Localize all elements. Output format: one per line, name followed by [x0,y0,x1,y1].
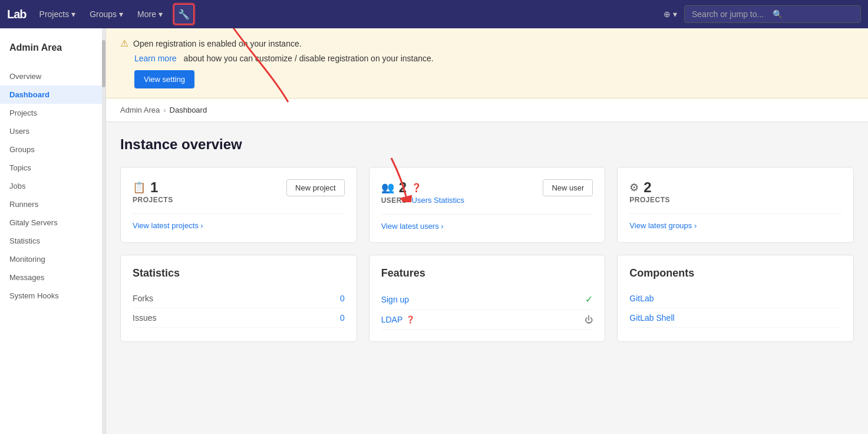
sidebar-item-projects[interactable]: Projects [0,104,105,122]
new-user-button[interactable]: New user [543,179,593,196]
alert-message: Open registration is enabled on your ins… [133,39,302,48]
signup-row: Sign up ✓ [381,289,593,310]
warning-icon: ⚠ [120,38,128,49]
view-latest-projects-link[interactable]: View latest projects › [133,221,345,230]
projects-count: 1 [150,179,158,196]
sidebar-item-overview[interactable]: Overview [0,67,105,86]
scrollbar-thumb[interactable] [102,40,105,87]
users-help-icon[interactable]: ❓ [411,183,421,192]
breadcrumb-current: Dashboard [170,106,207,114]
users-card: 👥 2 ❓ USERS Users Statistics New user [369,167,606,243]
issues-label: Issues [133,313,156,323]
sidebar-title: Admin Area [0,38,105,63]
projects-icon: 📋 [133,181,146,194]
users-label: USERS [381,196,407,205]
signup-check-icon: ✓ [585,294,593,305]
gitlab-link[interactable]: GitLab [629,294,654,303]
sidebar-item-topics[interactable]: Topics [0,159,105,177]
groups-count: 2 [643,179,651,196]
search-placeholder: Search or jump to... [692,9,773,19]
features-title: Features [381,267,593,280]
gitlab-row: GitLab [629,289,841,308]
sidebar-item-messages[interactable]: Messages [0,268,105,287]
search-bar[interactable]: Search or jump to... 🔍 [684,5,861,23]
sidebar-item-groups[interactable]: Groups [0,140,105,159]
alert-suffix: about how you can customize / disable re… [184,54,434,63]
projects-card: 📋 1 PROJECTS New project View latest pro… [120,167,357,243]
projects-label: PROJECTS [133,196,173,204]
page-title: Instance overview [120,136,854,153]
sidebar-item-runners[interactable]: Runners [0,195,105,213]
admin-wrench-button[interactable]: 🔧 [173,4,194,25]
groups-label: PROJECTS [629,196,670,204]
sidebar-item-users[interactable]: Users [0,122,105,140]
users-count: 2 [399,179,407,196]
view-setting-button[interactable]: View setting [134,70,194,88]
main-content: ⚠ Open registration is enabled on your i… [106,28,868,434]
gitlab-shell-link[interactable]: GitLab Shell [629,313,674,323]
top-navigation: Lab Projects ▾ Groups ▾ More ▾ 🔧 ⊕ ▾ Sea… [0,0,868,28]
view-latest-groups-link[interactable]: View latest groups › [629,221,841,230]
sidebar-item-system-hooks[interactable]: System Hooks [0,287,105,305]
overview-cards: 📋 1 PROJECTS New project View latest pro… [120,167,854,243]
alert-learn-more-link[interactable]: Learn more [134,54,177,63]
sidebar-item-jobs[interactable]: Jobs [0,177,105,195]
content-area: Instance overview [106,122,868,434]
sidebar-item-monitoring[interactable]: Monitoring [0,250,105,268]
issues-value: 0 [340,313,345,323]
gitlab-shell-row: GitLab Shell [629,308,841,328]
statistics-title: Statistics [133,267,345,280]
users-icon: 👥 [381,181,394,194]
statistics-card: Statistics Forks 0 Issues 0 [120,255,357,342]
forks-value: 0 [340,294,345,303]
view-latest-users-link[interactable]: View latest users › [381,222,593,231]
breadcrumb-separator: › [163,106,166,114]
forks-label: Forks [133,294,153,303]
breadcrumb-parent[interactable]: Admin Area [120,106,160,114]
features-card: Features Sign up ✓ LDAP ❓ ⏻ [369,255,606,342]
nav-groups[interactable]: Groups ▾ [84,6,129,22]
ldap-link[interactable]: LDAP ❓ [381,315,415,324]
groups-card: ⚙ 2 PROJECTS View latest groups › [617,167,854,243]
search-icon: 🔍 [773,9,853,19]
components-card: Components GitLab GitLab Shell [617,255,854,342]
forks-row: Forks 0 [133,289,345,308]
issues-row: Issues 0 [133,308,345,328]
alert-banner: ⚠ Open registration is enabled on your i… [106,28,868,98]
new-item-button[interactable]: ⊕ ▾ [659,6,682,22]
sidebar-item-statistics[interactable]: Statistics [0,232,105,250]
ldap-help-icon[interactable]: ❓ [406,315,415,324]
breadcrumb: Admin Area › Dashboard [106,98,868,122]
users-statistics-link[interactable]: Users Statistics [412,196,465,205]
new-project-button[interactable]: New project [286,179,345,196]
scrollbar-track[interactable] [102,28,105,434]
sidebar-section: Overview Dashboard Projects Users Groups… [0,67,105,305]
sidebar-item-gitaly-servers[interactable]: Gitaly Servers [0,213,105,232]
components-title: Components [629,267,841,280]
sidebar: Admin Area Overview Dashboard Projects U… [0,28,106,434]
bottom-cards: Statistics Forks 0 Issues 0 Features Sig… [120,255,854,342]
nav-projects[interactable]: Projects ▾ [34,6,82,22]
app-logo: Lab [7,8,27,21]
sidebar-item-dashboard[interactable]: Dashboard [0,86,105,104]
ldap-row: LDAP ❓ ⏻ [381,310,593,330]
groups-icon: ⚙ [629,181,639,194]
ldap-power-icon: ⏻ [585,315,593,324]
nav-more[interactable]: More ▾ [131,6,169,22]
signup-link[interactable]: Sign up [381,295,409,304]
